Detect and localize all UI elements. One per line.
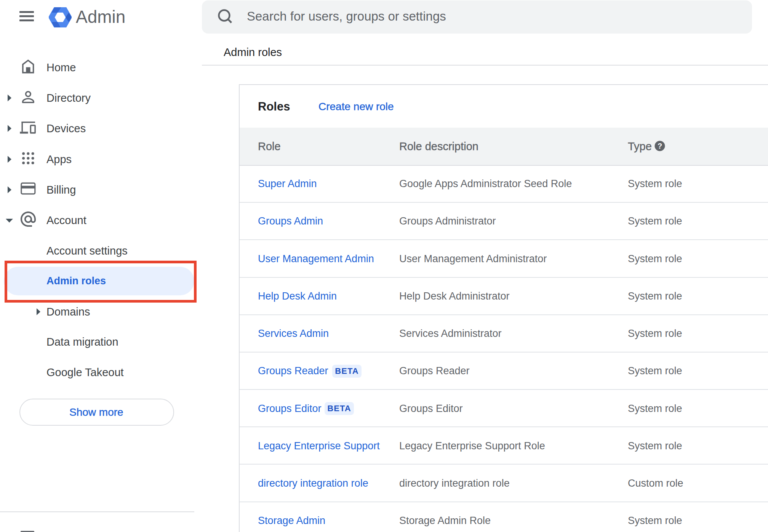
- svg-text:?: ?: [658, 142, 662, 150]
